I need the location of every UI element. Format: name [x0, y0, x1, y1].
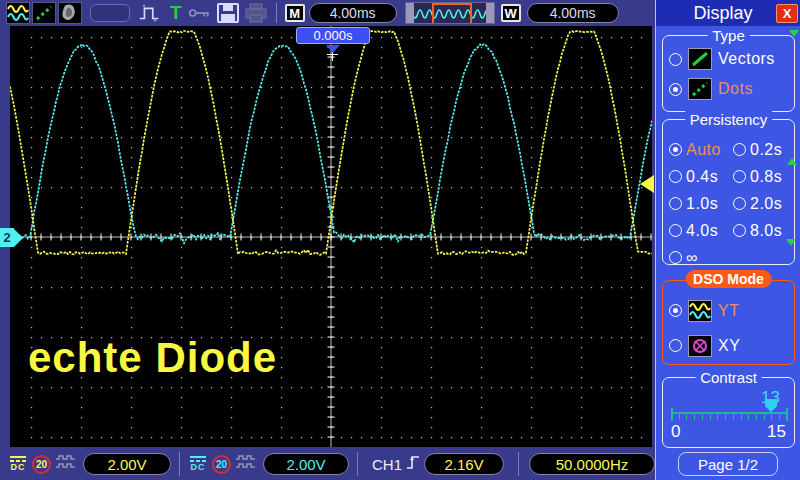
- window-timebase-value: 4.00ms: [527, 3, 619, 23]
- trigger-pulse-icon[interactable]: [138, 2, 162, 24]
- dots-label: Dots: [718, 80, 753, 98]
- option-persist-0.4s[interactable]: 0.4s: [669, 163, 733, 190]
- dso-mode-title: DSO Mode: [685, 270, 772, 288]
- persist-label: 0.4s: [686, 168, 718, 186]
- xy-label: XY: [718, 337, 740, 355]
- option-persist-4.0s[interactable]: 4.0s: [669, 217, 733, 244]
- option-persist-auto[interactable]: Auto: [669, 136, 733, 163]
- radio-dots[interactable]: [669, 83, 682, 96]
- statusbar-separator: [357, 452, 358, 476]
- preview-right-handle[interactable]: [486, 3, 494, 24]
- option-persist-1.0s[interactable]: 1.0s: [669, 190, 733, 217]
- persist-label: 1.0s: [686, 195, 718, 213]
- time-offset-pointer: [326, 45, 340, 53]
- ch1-dc-coupling-icon[interactable]: DC: [8, 456, 28, 472]
- graticule-area: 0.000s echte Diode 2: [10, 26, 652, 447]
- contrast-title: Contrast: [695, 369, 762, 386]
- option-persist-2.0s[interactable]: 2.0s: [733, 190, 793, 217]
- radio-persist-0.4s[interactable]: [669, 170, 682, 183]
- channels-icon[interactable]: [6, 2, 30, 24]
- toolbar-separator: [276, 3, 277, 23]
- preview-left-handle[interactable]: [406, 3, 414, 24]
- image-icon[interactable]: [58, 2, 82, 24]
- trigger-position-cross: [327, 54, 338, 55]
- radio-persist-infinite[interactable]: [669, 251, 682, 264]
- option-persist-infinite[interactable]: ∞: [669, 244, 733, 271]
- menu-title: Display: [656, 3, 776, 24]
- dots-display-icon[interactable]: [32, 2, 56, 24]
- toolbar-field[interactable]: [90, 4, 130, 22]
- key-icon[interactable]: [188, 2, 212, 24]
- ch1-squarewave-icon[interactable]: [55, 454, 79, 474]
- radio-persist-1.0s[interactable]: [669, 197, 682, 210]
- option-persist-0.8s[interactable]: 0.8s: [733, 163, 793, 190]
- persist-label: Auto: [686, 141, 721, 159]
- persist-label: ∞: [686, 249, 698, 267]
- page-button[interactable]: Page 1/2: [678, 452, 778, 476]
- trigger-menu-icon[interactable]: T: [170, 2, 182, 24]
- trigger-level-arrow[interactable]: [640, 175, 654, 193]
- radio-persist-4.0s[interactable]: [669, 224, 682, 237]
- option-xy[interactable]: XY: [663, 328, 794, 363]
- dso-mode-group: DSO Mode YT XY: [662, 280, 795, 365]
- save-icon[interactable]: [216, 2, 240, 24]
- ch2-coupling-label: DC: [191, 462, 206, 472]
- rising-edge-icon: [406, 453, 420, 475]
- yt-mode-icon: [688, 300, 712, 322]
- ch2-dc-coupling-icon[interactable]: DC: [188, 456, 208, 472]
- contrast-slider-handle[interactable]: [765, 399, 777, 412]
- persist-label: 0.2s: [750, 141, 782, 159]
- dots-icon: [688, 78, 712, 100]
- option-vectors[interactable]: Vectors: [663, 44, 794, 74]
- print-icon[interactable]: [244, 2, 268, 24]
- preview-window[interactable]: [432, 3, 472, 24]
- radio-vectors[interactable]: [669, 53, 682, 66]
- annotation-text: echte Diode: [28, 334, 277, 382]
- radio-xy[interactable]: [669, 339, 682, 352]
- toolbar: T M 4.00ms W 4.00ms: [0, 0, 655, 26]
- option-dots[interactable]: Dots: [663, 74, 794, 104]
- persist-label: 4.0s: [686, 222, 718, 240]
- contrast-group: Contrast 13 0 15: [662, 377, 795, 448]
- option-yt[interactable]: YT: [663, 293, 794, 328]
- scroll-up-arrow[interactable]: [787, 158, 797, 165]
- ch1-scale-value: 2.00V: [83, 453, 171, 475]
- menu-titlebar: Display X: [656, 0, 800, 26]
- radio-yt[interactable]: [669, 304, 682, 317]
- persist-label: 0.8s: [750, 168, 782, 186]
- radio-persist-0.8s[interactable]: [733, 170, 746, 183]
- ch2-position-marker[interactable]: 2: [0, 228, 23, 247]
- ch2-marker-label: 2: [0, 228, 14, 247]
- contrast-min: 0: [671, 422, 680, 442]
- main-timebase-value: 4.00ms: [309, 3, 397, 23]
- close-icon[interactable]: X: [776, 4, 798, 23]
- persist-label: 2.0s: [750, 195, 782, 213]
- oscilloscope-ui: T M 4.00ms W 4.00ms 0.000s echte Diode 2: [0, 0, 800, 480]
- option-persist-0.2s[interactable]: 0.2s: [733, 136, 793, 163]
- statusbar-separator: [179, 452, 180, 476]
- ch1-coupling-label: DC: [11, 462, 26, 472]
- statusbar: DC 20 2.00V DC 20 2.00V CH1 2.16V 50.000…: [0, 448, 655, 480]
- radio-persist-0.2s[interactable]: [733, 143, 746, 156]
- persist-label: 8.0s: [750, 222, 782, 240]
- radio-persist-8.0s[interactable]: [733, 224, 746, 237]
- waveform-preview[interactable]: [405, 2, 495, 24]
- ch1-bandwidth-20-icon[interactable]: 20: [32, 455, 51, 474]
- option-persist-8.0s[interactable]: 8.0s: [733, 217, 793, 244]
- radio-persist-2.0s[interactable]: [733, 197, 746, 210]
- persistency-group: Persistency Auto 0.2s 0.4s 0.8s 1.0s: [662, 119, 795, 265]
- ch2-bandwidth-20-icon[interactable]: 20: [212, 455, 231, 474]
- xy-mode-icon: [688, 335, 712, 357]
- radio-persist-auto[interactable]: [669, 143, 682, 156]
- vectors-label: Vectors: [718, 50, 775, 68]
- contrast-slider[interactable]: [671, 412, 787, 420]
- window-timebase-badge: W: [501, 4, 521, 22]
- persistency-group-title: Persistency: [685, 111, 773, 128]
- scroll-down-arrow[interactable]: [786, 239, 796, 246]
- time-offset-tag[interactable]: 0.000s: [296, 27, 370, 44]
- main-timebase-badge: M: [285, 4, 305, 22]
- trigger-source-label: CH1: [372, 456, 402, 473]
- type-group-title: Type: [707, 27, 750, 44]
- ch2-squarewave-icon[interactable]: [235, 454, 259, 474]
- trigger-frequency-value: 50.0000Hz: [529, 453, 655, 475]
